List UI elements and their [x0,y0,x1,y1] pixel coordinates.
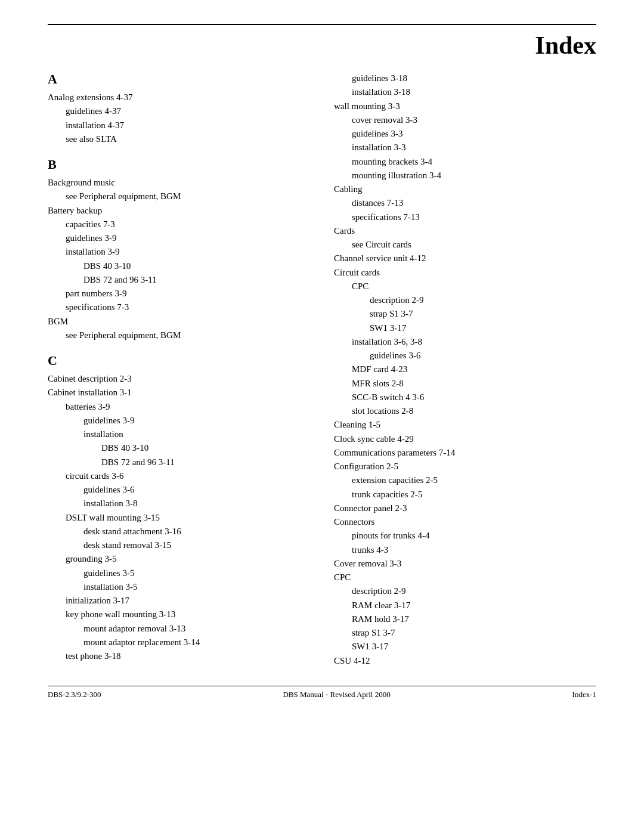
footer-right: Index-1 [572,690,596,699]
list-item: guidelines 3-9 [83,414,310,428]
list-item: installation 3-18 [352,85,596,99]
list-item: BGM [48,315,310,329]
list-item: installation 3-5 [83,580,310,594]
list-item: guidelines 3-6 [370,349,596,363]
list-item: see Peripheral equipment, BGM [66,329,310,342]
footer-center: DBS Manual - Revised April 2000 [283,690,390,699]
section-c-header: C [48,353,310,368]
list-item: mounting brackets 3-4 [352,155,596,169]
list-item: specifications 7-13 [352,210,596,224]
list-item: SW1 3-17 [370,321,596,335]
list-item: see also SLTA [66,132,310,146]
list-item: initialization 3-17 [66,594,310,608]
list-item: Cover removal 3-3 [334,557,596,571]
list-item: Circuit cards [334,266,596,280]
battery-backup-entry: Battery backup [48,204,310,218]
list-item: wall mounting 3-3 [334,100,596,113]
list-item: Configuration 2-5 [334,460,596,473]
list-item: strap S1 3-7 [352,626,596,640]
list-item: Clock sync cable 4-29 [334,432,596,446]
page-container: Index A Analog extensions 4-37 guideline… [0,0,644,833]
list-item: circuit cards 3-6 [66,469,310,483]
list-item: see Circuit cards [352,238,596,252]
page-title: Index [48,31,596,60]
list-item: installation 3-3 [352,141,596,154]
list-item: pinouts for trunks 4-4 [352,529,596,543]
list-item: Cabinet description 2-3 [48,372,310,386]
list-item: description 2-9 [352,584,596,598]
list-item: DSLT wall mounting 3-15 [66,511,310,525]
list-item: Cards [334,224,596,238]
list-item: mounting illustration 3-4 [352,169,596,182]
right-column: guidelines 3-18 installation 3-18 wall m… [334,72,596,668]
list-item: installation 3-8 [83,497,310,510]
list-item: MFR slots 2-8 [352,377,596,391]
section-a-header: A [48,72,310,87]
list-item: SW1 3-17 [352,640,596,654]
list-item: installation [83,428,310,441]
list-item: key phone wall mounting 3-13 [66,608,310,621]
list-item: see Peripheral equipment, BGM [66,190,310,203]
list-item: guidelines 3-9 [66,231,310,245]
list-item: CPC [352,280,596,293]
list-item: cover removal 3-3 [352,113,596,127]
list-item: DBS 40 3-10 [101,441,310,455]
list-item: DBS 72 and 96 3-11 [101,456,310,469]
list-item: DBS 72 and 96 3-11 [83,273,310,287]
list-item: guidelines 3-5 [83,566,310,580]
list-item: slot locations 2-8 [352,404,596,418]
list-item: part numbers 3-9 [66,287,310,301]
list-item: distances 7-13 [352,196,596,210]
list-item: MDF card 4-23 [352,363,596,376]
list-item: extension capacities 2-5 [352,473,596,487]
bottom-rule [48,686,596,686]
list-item: desk stand attachment 3-16 [83,525,310,538]
section-b-header: B [48,157,310,172]
footer: DBS-2.3/9.2-300 DBS Manual - Revised Apr… [48,690,596,699]
list-item: installation 3-9 [66,245,310,259]
list-item: Cleaning 1-5 [334,418,596,432]
list-item: installation 3-6, 3-8 [352,335,596,349]
top-rule [48,24,596,25]
left-column: A Analog extensions 4-37 guidelines 4-37… [48,72,310,668]
list-item: guidelines 3-6 [83,483,310,497]
list-item: Communications parameters 7-14 [334,446,596,460]
list-item: guidelines 4-37 [66,104,310,118]
list-item: RAM clear 3-17 [352,599,596,612]
list-item: SCC-B switch 4 3-6 [352,391,596,404]
list-item: Connector panel 2-3 [334,501,596,515]
list-item: mount adaptor replacement 3-14 [83,636,310,649]
list-item: Connectors [334,515,596,529]
footer-left: DBS-2.3/9.2-300 [48,690,101,699]
list-item: DBS 40 3-10 [83,259,310,273]
list-item: grounding 3-5 [66,552,310,566]
list-item: specifications 7-3 [66,301,310,314]
list-item: strap S1 3-7 [370,307,596,321]
list-item: test phone 3-18 [66,649,310,663]
list-item: trunks 4-3 [352,543,596,557]
list-item: guidelines 3-3 [352,127,596,141]
list-item: RAM hold 3-17 [352,612,596,626]
list-item: installation 4-37 [66,119,310,132]
list-item: mount adaptor removal 3-13 [83,622,310,636]
list-item: batteries 3-9 [66,400,310,414]
list-item: Cabling [334,182,596,196]
list-item: Analog extensions 4-37 [48,91,310,104]
list-item: guidelines 3-18 [352,72,596,85]
content-columns: A Analog extensions 4-37 guidelines 4-37… [48,72,596,668]
list-item: Background music [48,176,310,190]
list-item: CPC [334,571,596,584]
list-item: description 2-9 [370,293,596,307]
list-item: Cabinet installation 3-1 [48,386,310,400]
list-item: capacities 7-3 [66,218,310,231]
list-item: desk stand removal 3-15 [83,538,310,552]
list-item: Channel service unit 4-12 [334,252,596,265]
list-item: trunk capacities 2-5 [352,488,596,501]
list-item: CSU 4-12 [334,654,596,668]
